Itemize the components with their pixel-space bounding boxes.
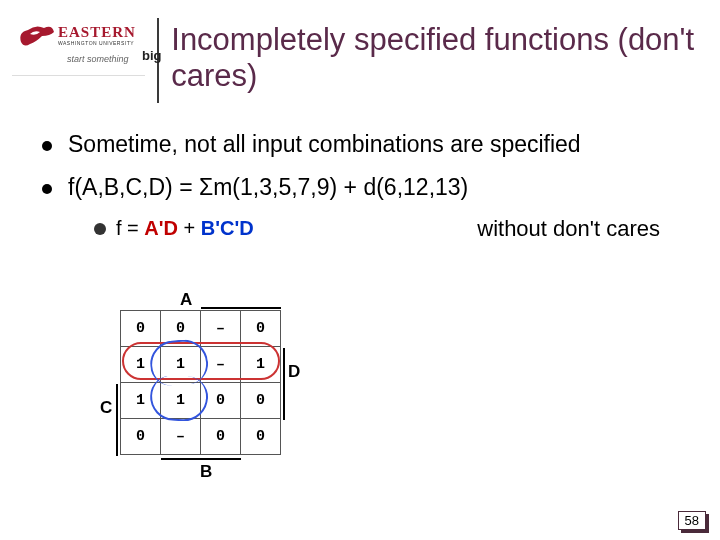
kmap-cell: – <box>201 347 241 383</box>
kmap: 0 0 – 0 1 1 – 1 1 1 0 0 0 – 0 0 <box>120 310 281 455</box>
kmap-cell: 0 <box>201 419 241 455</box>
bullet-icon <box>42 141 52 151</box>
sub-bullet-icon <box>94 223 106 235</box>
kmap-label-A: A <box>180 290 192 310</box>
kmap-cell: – <box>161 419 201 455</box>
kmap-cell: 1 <box>161 383 201 419</box>
bullet-2-text: f(A,B,C,D) = Σm(1,3,5,7,9) + d(6,12,13) <box>68 174 468 201</box>
plus: + <box>178 217 201 239</box>
kmap-cell: 0 <box>241 311 281 347</box>
logo-tagline-big: big <box>142 48 162 63</box>
kmap-cell: 0 <box>161 311 201 347</box>
content-area: Sometime, not all input combinations are… <box>0 113 720 240</box>
table-row: 1 1 0 0 <box>121 383 281 419</box>
kmap-label-B: B <box>200 462 212 482</box>
without-dont-cares: without don't cares <box>477 216 660 242</box>
kmap-cell: 0 <box>121 419 161 455</box>
kmap-cell: 0 <box>201 383 241 419</box>
table-row: 0 0 – 0 <box>121 311 281 347</box>
logo-wordmark: EASTERN <box>58 24 136 41</box>
term-red: A'D <box>144 217 178 239</box>
kmap-label-D: D <box>288 362 300 382</box>
table-row: 1 1 – 1 <box>121 347 281 383</box>
kmap-cell: 1 <box>121 383 161 419</box>
bullet-1: Sometime, not all input combinations are… <box>42 131 690 158</box>
kmap-cell: 0 <box>241 383 281 419</box>
kmap-label-C: C <box>100 398 112 418</box>
eagle-icon <box>16 22 56 52</box>
sub-bullet: f = A'D + B'C'D without don't cares <box>94 217 690 240</box>
kmap-bar-C <box>116 384 118 456</box>
logo-subtitle: WASHINGTON UNIVERSITY <box>58 40 134 46</box>
kmap-bar-D <box>283 348 285 420</box>
sub-prefix: f = <box>116 217 144 239</box>
kmap-cell: 0 <box>241 419 281 455</box>
kmap-cell: – <box>201 311 241 347</box>
kmap-bar-A <box>201 307 281 309</box>
kmap-bar-B <box>161 458 241 460</box>
bullet-icon <box>42 184 52 194</box>
bullet-1-text: Sometime, not all input combinations are… <box>68 131 581 158</box>
kmap-cell: 1 <box>241 347 281 383</box>
kmap-table: 0 0 – 0 1 1 – 1 1 1 0 0 0 – 0 0 <box>120 310 281 455</box>
slide-number: 58 <box>678 511 706 530</box>
table-row: 0 – 0 0 <box>121 419 281 455</box>
kmap-cell: 1 <box>161 347 201 383</box>
logo-tagline: start something <box>67 54 129 64</box>
kmap-cell: 0 <box>121 311 161 347</box>
header: EASTERN WASHINGTON UNIVERSITY start some… <box>0 0 720 113</box>
bullet-2: f(A,B,C,D) = Σm(1,3,5,7,9) + d(6,12,13) <box>42 174 690 201</box>
kmap-cell: 1 <box>121 347 161 383</box>
university-logo: EASTERN WASHINGTON UNIVERSITY start some… <box>12 18 145 76</box>
slide-title: Incompletely specified functions (don't … <box>171 18 700 93</box>
term-blue: B'C'D <box>201 217 254 239</box>
